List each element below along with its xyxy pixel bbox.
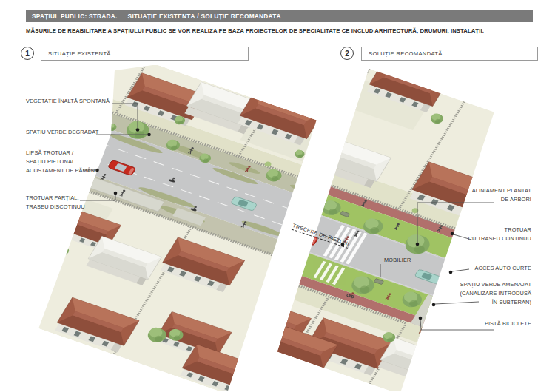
annotation-line: (CANALIZARE INTRODUSĂ (460, 289, 531, 298)
pedestrian (299, 177, 305, 183)
annotation-line: SPAȚIU VERDE DEGRADAT (26, 128, 98, 137)
annotation-bike-lane: PISTĂ BICICLETE (485, 320, 531, 328)
section-1-number: 1 (21, 47, 34, 60)
section-1-header: SITUAȚIE EXISTENTĂ (41, 47, 249, 61)
tree (452, 245, 478, 265)
annotation-street-furniture: MOBILIER (384, 257, 411, 263)
annotation-line: ACOSTAMENT DE PĂMÂNT (26, 166, 98, 175)
annotation-courtyard-access: ACCES AUTO CURTE (475, 264, 531, 273)
title-left: SPAȚIUL PUBLIC: STRADA. (32, 13, 118, 20)
tree (446, 311, 470, 328)
subtitle: MĂSURILE DE REABILITARE A SPAȚIULUI PUBL… (26, 27, 544, 34)
annotation-green-degraded: SPAȚIU VERDE DEGRADAT (26, 128, 98, 137)
section-2-header: SOLUȚIE RECOMANDATĂ (361, 47, 538, 61)
pedestrian (428, 320, 434, 326)
section-2-number: 2 (340, 47, 354, 60)
annotation-line: SPAȚIU PIETONAL (26, 158, 98, 166)
section-1-digit: 1 (25, 50, 30, 58)
tree (499, 163, 512, 177)
annotation-line: DE ARBORI (472, 195, 531, 204)
title-bar: SPAȚIUL PUBLIC: STRADA. SITUAȚIE EXISTEN… (26, 10, 533, 22)
annotation-line: ACCES AUTO CURTE (475, 264, 531, 273)
page: SPAȚIUL PUBLIC: STRADA. SITUAȚIE EXISTEN… (0, 0, 555, 392)
annotation-line: TRASEU DISCOTINUU (26, 203, 85, 212)
annotation-line: SPAȚIU VERDE AMENAJAT (460, 280, 531, 289)
annotation-line: LIPSĂ TROTUAR / (26, 149, 98, 158)
annotation-line: TROTUAR PARȚIAL, (26, 194, 85, 203)
annotation-line: ÎN SUBTERAN) (460, 298, 531, 307)
annotation-missing-sidewalk: LIPSĂ TROTUAR / SPAȚIU PIETONAL ACOSTAME… (26, 149, 98, 175)
annotation-continuous-sidewalk: TROTUAR CU TRASEU CONTINUU (468, 226, 531, 243)
annotation-line: PISTĂ BICICLETE (485, 320, 531, 328)
annotation-vegetation: VEGETAȚIE ÎNALTĂ SPONTANĂ (26, 97, 110, 106)
tree (343, 103, 357, 114)
annotation-line: ALINIAMENT PLANTAT (472, 186, 531, 195)
section-1-label: SITUAȚIE EXISTENTĂ (48, 50, 111, 57)
house (415, 312, 488, 359)
annotation-line: VEGETAȚIE ÎNALTĂ SPONTANĂ (26, 97, 110, 106)
tree (297, 184, 313, 196)
tree (271, 247, 295, 266)
annotation-partial-sidewalk: TROTUAR PARȚIAL, TRASEU DISCOTINUU (26, 194, 85, 212)
annotation-green-managed: SPAȚIU VERDE AMENAJAT (CANALIZARE INTROD… (460, 280, 531, 307)
annotation-line: TROTUAR (468, 226, 531, 234)
pedestrian (289, 257, 295, 263)
motorcyclist (301, 179, 310, 186)
title-right: SITUAȚIE EXISTENTĂ / SOLUȚIE RECOMANDATĂ (128, 13, 281, 20)
annotation-line: CU TRASEU CONTINUU (468, 234, 531, 243)
section-2-label: SOLUȚIE RECOMANDATĂ (369, 50, 443, 57)
section-2-digit: 2 (345, 50, 349, 58)
annotation-tree-alignment: ALINIAMENT PLANTAT DE ARBORI (472, 186, 531, 204)
